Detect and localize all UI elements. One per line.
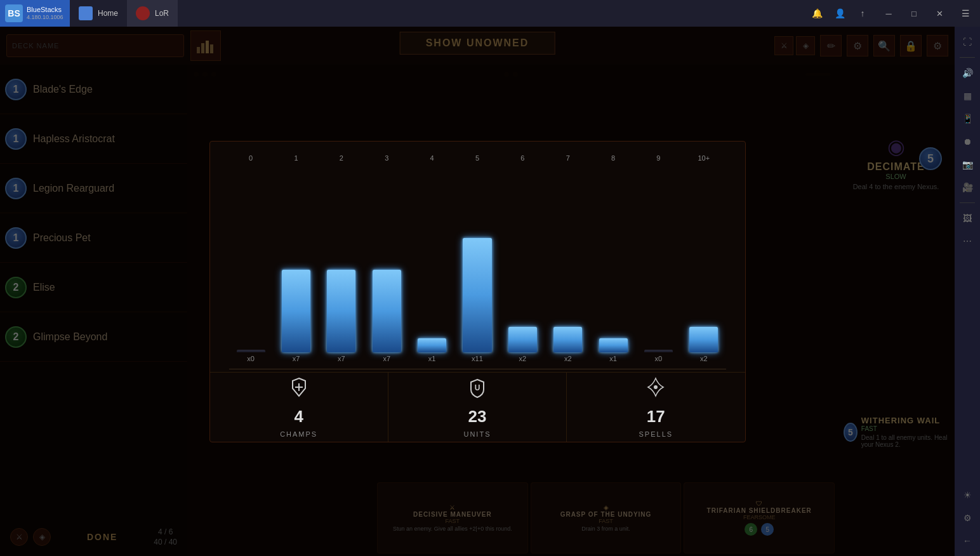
champs-stat: 4 CHAMPS [210, 373, 388, 442]
tab-lor[interactable]: LoR [127, 0, 178, 27]
bar-wrapper-7 [546, 166, 590, 352]
gallery-button[interactable]: 🖼 [957, 208, 977, 228]
bar-4 [418, 338, 446, 352]
spells-svg-icon [644, 376, 667, 399]
bar-wrapper-2 [319, 166, 363, 352]
units-svg-icon: U [466, 376, 489, 399]
taskbar-right-controls: 🔔 👤 ↑ ─ □ ✕ ☰ [807, 0, 980, 27]
champs-value: 4 [294, 407, 303, 427]
bar-col-6: 6x2 [501, 154, 545, 362]
bar-cost-label-5: 5 [475, 154, 479, 162]
bar-count-label-0: x0 [247, 355, 255, 362]
bar-cost-label-6: 6 [520, 154, 524, 162]
chart-baseline [229, 369, 726, 369]
units-label: UNITS [463, 430, 491, 438]
more-button[interactable]: ⋯ [957, 231, 977, 251]
svg-point-8 [654, 385, 658, 389]
spells-label: SPELLS [639, 430, 673, 438]
tab-home[interactable]: Home [70, 0, 127, 27]
bar-2 [327, 270, 355, 352]
bar-count-label-5: x11 [472, 355, 483, 362]
notification-button[interactable]: 🔔 [807, 4, 826, 23]
bar-col-2: 2x7 [319, 154, 363, 362]
mana-curve-modal: 0x01x72x73x74x15x116x27x28x19x010+x2 4 C… [209, 141, 746, 442]
bar-count-label-6: x2 [519, 355, 527, 362]
bar-count-label-10+: x2 [700, 355, 708, 362]
window-controls: ─ □ ✕ [876, 0, 952, 27]
record-button[interactable]: ⏺ [957, 131, 977, 152]
svg-text:U: U [475, 383, 480, 392]
bar-7 [553, 327, 582, 352]
bar-chart: 0x01x72x73x74x15x116x27x28x19x010+x2 [229, 154, 726, 369]
spells-value: 17 [647, 407, 665, 427]
bar-col-0: 0x0 [229, 154, 273, 362]
bar-col-7: 7x2 [546, 154, 590, 362]
bar-col-9: 9x0 [637, 154, 680, 362]
close-button[interactable]: ✕ [927, 0, 952, 27]
bluestacks-logo: BS BlueStacks 4.180.10.1006 [0, 0, 70, 27]
back-button[interactable]: ← [957, 531, 977, 551]
bar-count-label-1: x7 [293, 355, 300, 362]
bar-count-label-9: x0 [655, 355, 663, 362]
bar-wrapper-0 [229, 166, 273, 352]
bar-10+ [689, 327, 718, 352]
bar-count-label-8: x1 [609, 355, 617, 362]
bluestacks-version: BlueStacks 4.180.10.1006 [27, 6, 63, 21]
layout-button[interactable]: ▦ [957, 86, 977, 106]
phone-button[interactable]: 📱 [957, 109, 977, 129]
bar-8 [599, 338, 628, 352]
bar-cost-label-4: 4 [430, 154, 434, 162]
bar-cost-label-7: 7 [566, 154, 570, 162]
bar-3 [373, 270, 401, 352]
chart-area: 0x01x72x73x74x15x116x27x28x19x010+x2 [210, 142, 745, 372]
volume-button[interactable]: 🔊 [957, 63, 977, 83]
theme-button[interactable]: ☀ [957, 485, 977, 505]
lor-tab-label: LoR [155, 9, 169, 18]
modal-overlay: 0x01x72x73x74x15x116x27x28x19x010+x2 4 C… [0, 27, 955, 556]
home-tab-label: Home [98, 9, 118, 18]
bar-0 [237, 350, 265, 352]
bar-6 [508, 327, 537, 352]
bar-1 [282, 270, 310, 352]
bar-cost-label-1: 1 [294, 154, 298, 162]
bar-col-1: 1x7 [274, 154, 318, 362]
bar-col-10+: 10+x2 [682, 154, 725, 362]
units-stat: U 23 UNITS [388, 373, 567, 442]
video-button[interactable]: 🎥 [957, 177, 977, 197]
stats-row: 4 CHAMPS U 23 UNITS [210, 372, 745, 442]
home-tab-icon [79, 6, 93, 20]
bar-wrapper-3 [365, 166, 409, 352]
bar-wrapper-4 [410, 166, 454, 352]
spells-icon [644, 376, 667, 403]
bar-col-5: 5x11 [455, 154, 499, 362]
settings-button[interactable]: ⚙ [957, 508, 977, 528]
taskbar: BS BlueStacks 4.180.10.1006 Home LoR 🔔 👤… [0, 0, 980, 27]
bar-cost-label-2: 2 [340, 154, 343, 162]
sidebar-toggle-button[interactable]: ☰ [956, 4, 975, 23]
bar-cost-label-0: 0 [249, 154, 253, 162]
units-icon: U [466, 376, 489, 403]
update-button[interactable]: ↑ [853, 4, 872, 23]
units-value: 23 [468, 407, 487, 427]
account-button[interactable]: 👤 [830, 4, 849, 23]
bar-cost-label-8: 8 [611, 154, 615, 162]
maximize-button[interactable]: □ [901, 0, 927, 27]
bar-wrapper-9 [637, 166, 680, 352]
bar-col-3: 3x7 [365, 154, 409, 362]
bar-wrapper-10+ [682, 166, 725, 352]
game-area: DECK NAME SHOW UNOWNED ⚔ ◈ ✏ ⚙ 🔍 🔒 ⚙ [0, 27, 955, 556]
right-sidebar: ⛶ 🔊 ▦ 📱 ⏺ 📷 🎥 🖼 ⋯ ☀ ⚙ ← [955, 27, 980, 556]
bar-cost-label-10+: 10+ [698, 154, 710, 162]
screenshot-button[interactable]: 📷 [957, 154, 977, 175]
bar-5 [463, 238, 491, 352]
sidebar-divider-1 [960, 57, 975, 58]
bar-col-8: 8x1 [591, 154, 635, 362]
bar-wrapper-6 [501, 166, 545, 352]
minimize-button[interactable]: ─ [876, 0, 901, 27]
bar-cost-label-3: 3 [385, 154, 388, 162]
bar-wrapper-5 [455, 166, 499, 352]
bar-col-4: 4x1 [410, 154, 454, 362]
expand-button[interactable]: ⛶ [957, 32, 977, 52]
bar-count-label-4: x1 [428, 355, 436, 362]
bar-count-label-3: x7 [383, 355, 390, 362]
